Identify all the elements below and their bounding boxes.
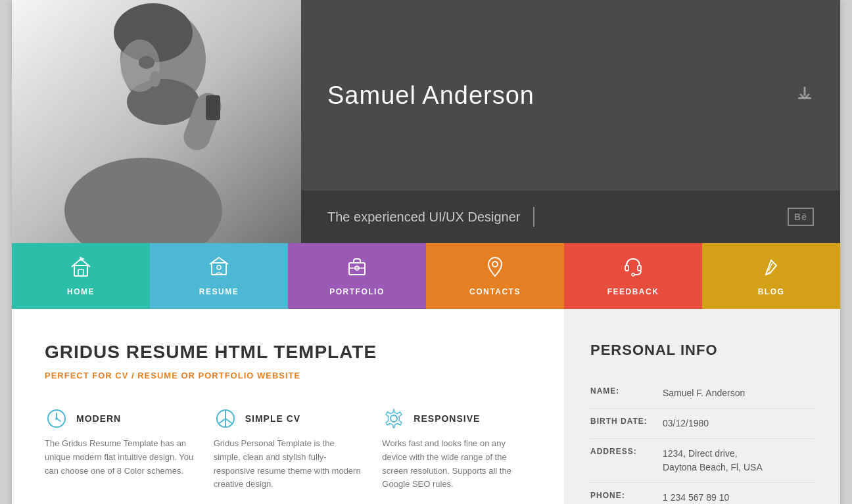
- svg-point-9: [150, 71, 160, 87]
- contacts-icon: [485, 256, 506, 282]
- svg-point-21: [492, 262, 498, 267]
- resume-icon: [208, 256, 229, 282]
- feature-modern-desc: The Gridus Resume Template has an unique…: [45, 437, 194, 478]
- gear-icon: [382, 407, 406, 430]
- portfolio-icon: [346, 256, 367, 282]
- nav-item-home[interactable]: HOME: [12, 243, 150, 309]
- feature-responsive-title: RESPONSIVE: [414, 413, 480, 424]
- nav-item-portfolio[interactable]: PORTFOLIO: [288, 243, 426, 309]
- home-label: HOME: [67, 287, 95, 296]
- feature-responsive: RESPONSIVE Works fast and looks fine on …: [382, 407, 531, 492]
- info-row-address: ADDRESS: 1234, Direct drive,Daytona Beac…: [590, 439, 814, 483]
- home-icon: [70, 256, 91, 282]
- feature-simple-cv-title: SIMPLE CV: [245, 413, 300, 424]
- blog-icon: [761, 256, 782, 282]
- feature-modern-title: MODERN: [76, 413, 121, 424]
- nav-item-blog[interactable]: BLOG: [702, 243, 840, 309]
- person-name: Samuel Anderson: [327, 81, 534, 110]
- download-button[interactable]: [795, 84, 814, 106]
- feature-simple-cv: SIMPLE CV Gridus Personal Template is th…: [214, 407, 363, 492]
- info-row-birthdate: BIRTH DATE: 03/12/1980: [590, 409, 814, 439]
- svg-point-35: [390, 415, 397, 422]
- person-subtitle: The experienced UI/UX Designer: [327, 207, 534, 227]
- info-value-name: Samuel F. Anderson: [663, 386, 745, 400]
- info-label-birthdate: BIRTH DATE:: [590, 417, 663, 426]
- svg-rect-14: [80, 257, 81, 261]
- feature-modern-header: MODERN: [45, 407, 194, 430]
- profile-photo: [12, 0, 301, 243]
- svg-point-8: [139, 56, 154, 69]
- feature-responsive-header: RESPONSIVE: [382, 407, 531, 430]
- svg-line-33: [218, 419, 225, 424]
- nav-item-contacts[interactable]: CONTACTS: [426, 243, 564, 309]
- feature-simple-cv-desc: Gridus Personal Template is the simple, …: [214, 437, 363, 492]
- svg-rect-22: [625, 265, 628, 271]
- blog-label: BLOG: [758, 287, 785, 296]
- svg-rect-6: [206, 95, 220, 120]
- info-value-phone: 1 234 567 89 10: [663, 491, 729, 504]
- personal-info-title: PERSONAL INFO: [590, 342, 814, 359]
- leaf-icon: [214, 407, 237, 430]
- page-title: GRIDUS RESUME HTML TEMPLATE: [45, 342, 531, 363]
- main-right-panel: PERSONAL INFO NAME: Samuel F. Anderson B…: [564, 309, 840, 504]
- info-row-name: NAME: Samuel F. Anderson: [590, 378, 814, 409]
- info-label-phone: PHONE:: [590, 491, 663, 500]
- clock-icon: [45, 407, 68, 430]
- svg-rect-13: [78, 269, 83, 276]
- features-grid: MODERN The Gridus Resume Template has an…: [45, 407, 531, 492]
- resume-label: RESUME: [199, 287, 239, 296]
- main-left-panel: GRIDUS RESUME HTML TEMPLATE PERFECT FOR …: [12, 309, 564, 504]
- header-right: Samuel Anderson The experienced UI/UX De…: [301, 0, 840, 243]
- contacts-label: CONTACTS: [469, 287, 521, 296]
- svg-rect-11: [804, 87, 806, 96]
- info-label-address: ADDRESS:: [590, 447, 663, 456]
- svg-point-30: [55, 417, 58, 420]
- svg-rect-12: [74, 265, 87, 276]
- feature-modern: MODERN The Gridus Resume Template has an…: [45, 407, 194, 492]
- feedback-icon: [623, 256, 644, 282]
- svg-rect-23: [638, 265, 641, 271]
- navigation: HOME RESUME: [12, 243, 840, 309]
- page-wrapper: Samuel Anderson The experienced UI/UX De…: [12, 0, 840, 504]
- info-label-name: NAME:: [590, 386, 663, 396]
- info-value-birthdate: 03/12/1980: [663, 417, 709, 430]
- feature-responsive-desc: Works fast and looks fine on any device …: [382, 437, 531, 492]
- page-subtitle: PERFECT FOR CV / RESUME OR PORTFOLIO WEB…: [45, 371, 531, 380]
- feature-simple-cv-header: SIMPLE CV: [214, 407, 363, 430]
- svg-line-34: [225, 419, 233, 424]
- nav-item-resume[interactable]: RESUME: [150, 243, 288, 309]
- feedback-label: FEEDBACK: [607, 287, 659, 296]
- info-value-address: 1234, Direct drive,Daytona Beach, Fl, US…: [663, 447, 763, 474]
- svg-point-17: [217, 265, 221, 269]
- header-bottom-bar: The experienced UI/UX Designer Bē: [301, 191, 840, 243]
- svg-rect-18: [349, 263, 365, 275]
- info-row-phone: PHONE: 1 234 567 89 10: [590, 483, 814, 504]
- behance-link[interactable]: Bē: [788, 208, 814, 226]
- portfolio-label: PORTFOLIO: [329, 287, 385, 296]
- svg-point-24: [632, 273, 634, 276]
- main-content: GRIDUS RESUME HTML TEMPLATE PERFECT FOR …: [12, 309, 840, 504]
- header-top-bar: Samuel Anderson: [301, 0, 840, 191]
- nav-item-feedback[interactable]: FEEDBACK: [564, 243, 702, 309]
- personal-info-table: NAME: Samuel F. Anderson BIRTH DATE: 03/…: [590, 378, 814, 504]
- header: Samuel Anderson The experienced UI/UX De…: [12, 0, 840, 243]
